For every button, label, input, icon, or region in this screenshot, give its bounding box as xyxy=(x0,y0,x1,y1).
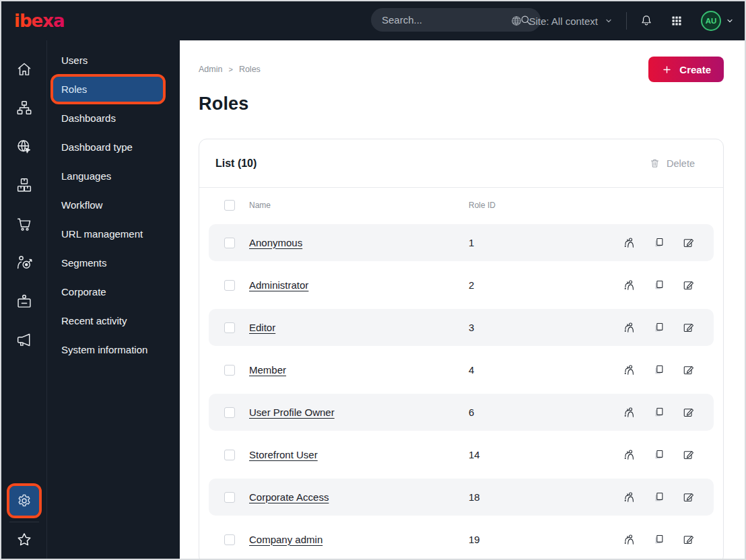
copy-icon[interactable] xyxy=(652,279,665,291)
sidebar-item-url-management[interactable]: URL management xyxy=(47,219,180,248)
breadcrumb-item-roles[interactable]: Roles xyxy=(239,65,261,74)
edit-icon[interactable] xyxy=(682,363,695,376)
role-id-cell: 2 xyxy=(469,279,622,291)
sidebar-item-recent-activity[interactable]: Recent activity xyxy=(47,306,180,335)
rail-item-favorites[interactable] xyxy=(9,526,40,553)
search-input[interactable] xyxy=(382,14,519,26)
rail-item-settings[interactable] xyxy=(9,486,39,516)
sidebar-item-languages[interactable]: Languages xyxy=(47,162,180,190)
assign-user-icon[interactable] xyxy=(623,279,636,291)
row-actions xyxy=(623,491,695,503)
notifications-button[interactable] xyxy=(639,12,656,30)
role-name-cell: Anonymous xyxy=(249,237,469,249)
row-actions xyxy=(623,321,695,334)
apps-grid-button[interactable] xyxy=(670,12,687,30)
breadcrumb-item-admin[interactable]: Admin xyxy=(199,65,222,74)
role-name-link[interactable]: Anonymous xyxy=(249,237,302,248)
rail-item-content-tree[interactable] xyxy=(1,89,47,128)
rail-bottom-divider xyxy=(9,522,39,522)
table-row: Member4 xyxy=(209,351,714,388)
assign-user-icon[interactable] xyxy=(623,363,636,376)
copy-icon[interactable] xyxy=(652,533,665,546)
role-name-link[interactable]: Storefront User xyxy=(249,449,318,460)
breadcrumb: Admin > Roles xyxy=(199,65,261,74)
row-checkbox[interactable] xyxy=(224,534,235,545)
create-button-label: Create xyxy=(679,64,711,75)
rail-item-marketing[interactable] xyxy=(1,321,47,360)
edit-icon[interactable] xyxy=(682,448,695,461)
globe-icon xyxy=(510,14,523,28)
user-avatar[interactable]: AU xyxy=(701,11,721,31)
admin-sidebar: UsersRolesDashboardsDashboard typeLangua… xyxy=(47,40,180,559)
sidebar-item-roles[interactable]: Roles xyxy=(53,77,163,102)
rail-item-site[interactable] xyxy=(1,127,47,166)
row-checkbox[interactable] xyxy=(224,280,235,291)
create-button[interactable]: Create xyxy=(648,57,724,82)
row-actions xyxy=(623,279,695,291)
rail-item-personalization[interactable] xyxy=(1,244,47,283)
role-id-cell: 1 xyxy=(469,237,622,248)
assign-user-icon[interactable] xyxy=(623,533,636,546)
row-checkbox[interactable] xyxy=(224,322,235,333)
sidebar-item-label: Corporate xyxy=(61,286,106,298)
row-checkbox[interactable] xyxy=(224,365,235,376)
edit-icon[interactable] xyxy=(682,406,695,419)
role-name-link[interactable]: User Profile Owner xyxy=(249,407,335,418)
sidebar-item-users[interactable]: Users xyxy=(47,46,180,75)
role-name-link[interactable]: Editor xyxy=(249,322,275,333)
role-name-link[interactable]: Member xyxy=(249,364,286,376)
sidebar-item-dashboard-type[interactable]: Dashboard type xyxy=(47,133,180,162)
edit-icon[interactable] xyxy=(682,279,695,291)
column-header-role-id: Role ID xyxy=(469,201,622,210)
topbar: ibexa Site: All context AU xyxy=(1,1,745,40)
chevron-down-icon[interactable] xyxy=(724,15,735,26)
assign-user-icon[interactable] xyxy=(623,448,636,461)
assign-user-icon[interactable] xyxy=(623,321,636,334)
table-row: Editor3 xyxy=(209,309,714,346)
copy-icon[interactable] xyxy=(652,406,665,419)
row-checkbox[interactable] xyxy=(224,407,235,418)
sidebar-item-segments[interactable]: Segments xyxy=(47,248,180,277)
app-body: UsersRolesDashboardsDashboard typeLangua… xyxy=(1,40,745,559)
sidebar-item-dashboards[interactable]: Dashboards xyxy=(47,104,180,133)
row-checkbox[interactable] xyxy=(224,450,235,460)
rail-item-products[interactable] xyxy=(1,166,47,205)
assign-user-icon[interactable] xyxy=(623,236,636,249)
role-name-link[interactable]: Company admin xyxy=(249,534,323,545)
edit-icon[interactable] xyxy=(682,236,695,249)
ibexa-logo[interactable]: ibexa xyxy=(13,9,75,32)
assign-user-icon[interactable] xyxy=(623,491,636,503)
select-all-checkbox[interactable] xyxy=(224,200,235,211)
edit-icon[interactable] xyxy=(682,533,695,546)
copy-icon[interactable] xyxy=(652,491,665,503)
sidebar-item-label: Dashboard type xyxy=(61,141,133,153)
copy-icon[interactable] xyxy=(652,236,665,249)
main-content: Admin > Roles Create Roles List (10) Del… xyxy=(180,40,745,559)
row-checkbox[interactable] xyxy=(224,492,235,503)
sidebar-item-workflow[interactable]: Workflow xyxy=(47,190,180,219)
assign-user-icon[interactable] xyxy=(623,406,636,419)
role-name-link[interactable]: Corporate Access xyxy=(249,491,329,503)
edit-icon[interactable] xyxy=(682,321,695,334)
edit-icon[interactable] xyxy=(682,491,695,503)
role-name-cell: Company admin xyxy=(249,534,469,546)
role-name-link[interactable]: Administrator xyxy=(249,279,308,291)
row-checkbox[interactable] xyxy=(224,238,235,248)
settings-gear-icon xyxy=(16,493,32,509)
table-row: Storefront User14 xyxy=(209,436,714,473)
delete-button[interactable]: Delete xyxy=(649,158,695,169)
copy-icon[interactable] xyxy=(652,321,665,334)
copy-icon[interactable] xyxy=(652,363,665,376)
sidebar-item-label: Recent activity xyxy=(61,315,127,326)
list-card-header: List (10) Delete xyxy=(199,139,723,188)
topbar-right: Site: All context AU xyxy=(510,1,735,40)
table-header-row: Name Role ID xyxy=(209,193,714,217)
sidebar-item-system-information[interactable]: System information xyxy=(47,335,180,364)
site-context-selector[interactable]: Site: All context xyxy=(510,14,614,28)
row-actions xyxy=(623,533,695,546)
rail-item-corporate[interactable] xyxy=(1,282,47,321)
sidebar-item-corporate[interactable]: Corporate xyxy=(47,277,180,306)
rail-item-commerce[interactable] xyxy=(1,205,47,244)
rail-item-home[interactable] xyxy=(1,50,47,89)
copy-icon[interactable] xyxy=(652,448,665,461)
